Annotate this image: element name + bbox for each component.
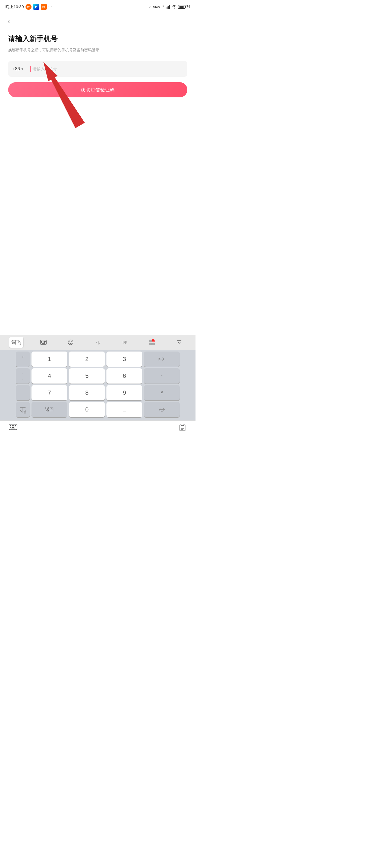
svg-rect-14	[43, 342, 44, 343]
key-7[interactable]: 7	[31, 385, 67, 400]
country-code-arrow: ▼	[21, 67, 24, 70]
key-1[interactable]: 1	[31, 351, 67, 367]
page-title: 请输入新手机号	[8, 34, 187, 44]
svg-point-19	[71, 341, 72, 342]
status-icons: 29.5K/s HD 74	[149, 5, 190, 9]
svg-point-5	[174, 8, 175, 9]
key-2[interactable]: 2	[69, 351, 105, 367]
svg-rect-47	[15, 425, 16, 426]
svg-rect-51	[11, 429, 15, 429]
svg-rect-44	[10, 425, 11, 426]
svg-rect-28	[149, 340, 152, 342]
network-speed: 29.5K/s HD	[149, 5, 164, 9]
key-0[interactable]: 0	[69, 402, 105, 417]
text-cursor	[30, 66, 31, 72]
key-star[interactable]: *	[144, 368, 180, 383]
weibo-icon: W	[26, 4, 31, 10]
svg-rect-15	[44, 342, 45, 343]
signal-icon	[165, 5, 171, 9]
svg-rect-4	[169, 5, 170, 9]
key-row-2: · , 4 5 6 *	[1, 368, 194, 383]
toolbar-xunfei[interactable]: 词飞	[9, 337, 23, 348]
svg-rect-53	[181, 424, 184, 426]
toolbar-input-method[interactable]: 〈|〉	[91, 337, 105, 348]
toolbar-keyboard[interactable]	[36, 337, 51, 348]
nav-bar: ‹	[0, 13, 196, 29]
svg-rect-3	[168, 6, 169, 9]
key-symbol-blank[interactable]	[16, 385, 30, 400]
key-return[interactable]: 返回	[31, 402, 67, 417]
key-3[interactable]: 3	[107, 351, 142, 367]
key-delete[interactable]	[144, 351, 180, 367]
svg-rect-10	[43, 341, 44, 342]
toolbar-face[interactable]	[63, 337, 78, 348]
wifi-icon	[172, 5, 177, 9]
key-dot[interactable]: · ,	[16, 368, 30, 383]
key-hash[interactable]: #	[144, 385, 180, 400]
status-time: 晚上10:30 W MI ···	[5, 4, 52, 10]
key-8[interactable]: 8	[69, 385, 105, 400]
svg-rect-32	[152, 343, 155, 345]
svg-rect-48	[10, 427, 11, 428]
keyboard-switch-icon[interactable]	[8, 423, 18, 432]
youku-icon	[33, 4, 39, 10]
svg-text:〈|〉: 〈|〉	[94, 340, 102, 344]
keyboard-toolbar: 词飞 〈|〉	[0, 335, 196, 350]
svg-rect-1	[166, 7, 166, 9]
phone-input-wrapper[interactable]: +86 ▼ 请输入手机号	[8, 61, 187, 77]
status-bar: 晚上10:30 W MI ··· 29.5K/s HD 74	[0, 0, 196, 13]
svg-point-18	[69, 341, 70, 342]
keyboard-bottom-bar	[0, 421, 196, 434]
battery-icon	[178, 5, 186, 9]
battery-level: 74	[187, 5, 190, 9]
toolbar-collapse[interactable]	[172, 337, 186, 348]
svg-point-30	[152, 339, 154, 341]
back-button[interactable]: ‹	[5, 16, 12, 26]
svg-rect-16	[42, 343, 45, 344]
key-row-4: 返回 0 ⎵	[1, 402, 194, 417]
svg-rect-50	[13, 427, 15, 428]
key-5[interactable]: 5	[69, 368, 105, 383]
svg-rect-31	[149, 343, 152, 345]
key-space[interactable]: ⎵	[107, 402, 142, 417]
key-4[interactable]: 4	[31, 368, 67, 383]
key-chinese[interactable]	[16, 402, 30, 417]
svg-rect-49	[12, 427, 13, 428]
page-subtitle: 换绑新手机号之后，可以用新的手机号及当前密码登录	[8, 47, 187, 53]
svg-marker-0	[35, 5, 37, 8]
svg-rect-2	[167, 6, 168, 9]
keyboard-clipboard-icon[interactable]	[177, 423, 187, 432]
key-6[interactable]: 6	[107, 368, 142, 383]
keyboard-area: 词飞 〈|〉	[0, 335, 196, 434]
more-dots: ···	[48, 4, 52, 9]
key-row-3: 7 8 9 #	[1, 385, 194, 400]
mi-icon: MI	[41, 4, 47, 10]
svg-rect-46	[13, 425, 15, 426]
get-sms-button[interactable]: 获取短信验证码	[8, 82, 187, 97]
svg-rect-45	[12, 425, 13, 426]
svg-rect-13	[41, 342, 42, 343]
toolbar-voice[interactable]	[118, 337, 132, 348]
page-content: 请输入新手机号 换绑新手机号之后，可以用新的手机号及当前密码登录 +86 ▼ 请…	[0, 29, 196, 103]
key-send[interactable]	[144, 402, 180, 417]
country-code-selector[interactable]: +86 ▼	[12, 66, 27, 71]
key-plus[interactable]: + -	[16, 351, 30, 367]
toolbar-apps[interactable]	[145, 337, 159, 348]
key-row-1: + - 1 2 3	[1, 351, 194, 367]
country-code-value: +86	[12, 66, 20, 71]
svg-rect-9	[41, 341, 42, 342]
svg-rect-11	[44, 341, 45, 342]
svg-rect-12	[45, 341, 46, 342]
svg-point-17	[68, 340, 73, 345]
key-9[interactable]: 9	[107, 385, 142, 400]
keyboard-keys: + - 1 2 3 · , 4 5 6 *	[0, 350, 196, 421]
phone-placeholder: 请输入手机号	[33, 66, 57, 72]
